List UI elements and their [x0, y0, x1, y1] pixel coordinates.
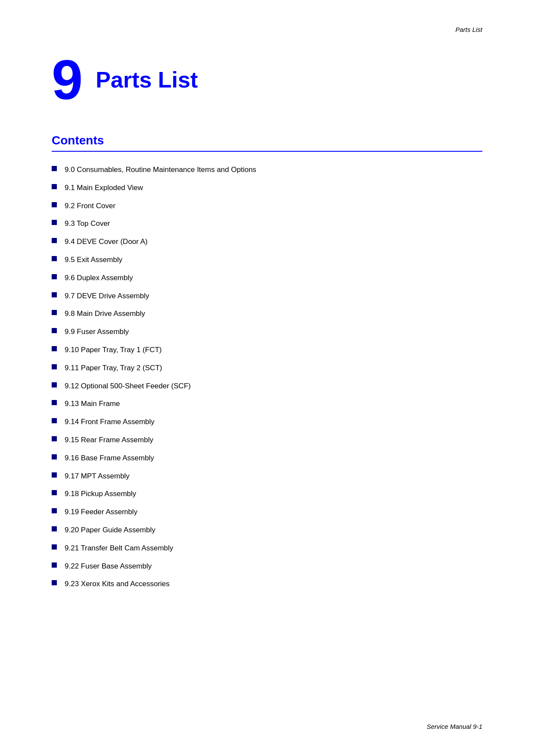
toc-bullet-icon — [52, 310, 57, 315]
toc-item-label: 9.9 Fuser Assembly — [65, 327, 129, 337]
toc-item[interactable]: 9.14 Front Frame Assembly — [52, 417, 482, 427]
toc-bullet-icon — [52, 166, 57, 171]
toc-item-label: 9.20 Paper Guide Assembly — [65, 525, 155, 535]
toc-item-label: 9.1 Main Exploded View — [65, 183, 143, 193]
toc-item-label: 9.23 Xerox Kits and Accessories — [65, 579, 170, 589]
toc-bullet-icon — [52, 382, 57, 387]
toc-bullet-icon — [52, 274, 57, 279]
toc-item[interactable]: 9.19 Feeder Assembly — [52, 507, 482, 517]
contents-section: Contents 9.0 Consumables, Routine Mainte… — [52, 134, 482, 589]
toc-item[interactable]: 9.3 Top Cover — [52, 219, 482, 229]
toc-item[interactable]: 9.2 Front Cover — [52, 201, 482, 211]
toc-item[interactable]: 9.17 MPT Assembly — [52, 471, 482, 481]
page-footer: Service Manual 9-1 — [427, 723, 482, 730]
toc-item[interactable]: 9.8 Main Drive Assembly — [52, 309, 482, 319]
toc-bullet-icon — [52, 220, 57, 225]
toc-item-label: 9.8 Main Drive Assembly — [65, 309, 145, 319]
page: Parts List 9 Parts List Contents 9.0 Con… — [0, 0, 534, 756]
toc-bullet-icon — [52, 238, 57, 243]
toc-item-label: 9.4 DEVE Cover (Door A) — [65, 237, 148, 247]
toc-item-label: 9.11 Paper Tray, Tray 2 (SCT) — [65, 363, 162, 373]
toc-item-label: 9.6 Duplex Assembly — [65, 273, 133, 283]
toc-item-label: 9.7 DEVE Drive Assembly — [65, 291, 149, 301]
toc-item[interactable]: 9.13 Main Frame — [52, 399, 482, 409]
toc-bullet-icon — [52, 418, 57, 423]
toc-item[interactable]: 9.16 Base Frame Assembly — [52, 453, 482, 463]
toc-item-label: 9.2 Front Cover — [65, 201, 115, 211]
toc-item[interactable]: 9.4 DEVE Cover (Door A) — [52, 237, 482, 247]
toc-item-label: 9.12 Optional 500-Sheet Feeder (SCF) — [65, 381, 191, 391]
toc-item-label: 9.14 Front Frame Assembly — [65, 417, 155, 427]
toc-item-label: 9.10 Paper Tray, Tray 1 (FCT) — [65, 345, 161, 355]
toc-item[interactable]: 9.15 Rear Frame Assembly — [52, 435, 482, 445]
toc-bullet-icon — [52, 202, 57, 207]
toc-bullet-icon — [52, 454, 57, 459]
toc-item[interactable]: 9.22 Fuser Base Assembly — [52, 561, 482, 572]
toc-bullet-icon — [52, 328, 57, 333]
toc-item-label: 9.5 Exit Assembly — [65, 255, 122, 265]
contents-heading: Contents — [52, 134, 482, 147]
chapter-number: 9 — [52, 52, 83, 108]
toc-bullet-icon — [52, 562, 57, 568]
toc-bullet-icon — [52, 256, 57, 261]
toc-item-label: 9.22 Fuser Base Assembly — [65, 561, 152, 572]
toc-bullet-icon — [52, 526, 57, 531]
toc-list: 9.0 Consumables, Routine Maintenance Ite… — [52, 165, 482, 589]
toc-item-label: 9.3 Top Cover — [65, 219, 110, 229]
chapter-title: Parts List — [96, 67, 198, 93]
toc-bullet-icon — [52, 472, 57, 478]
toc-item[interactable]: 9.0 Consumables, Routine Maintenance Ite… — [52, 165, 482, 175]
chapter-header: 9 Parts List — [52, 52, 482, 108]
contents-divider — [52, 151, 482, 152]
toc-item[interactable]: 9.6 Duplex Assembly — [52, 273, 482, 283]
toc-bullet-icon — [52, 184, 57, 189]
toc-bullet-icon — [52, 580, 57, 585]
toc-item[interactable]: 9.12 Optional 500-Sheet Feeder (SCF) — [52, 381, 482, 391]
page-header: Parts List — [455, 26, 482, 33]
toc-bullet-icon — [52, 292, 57, 297]
toc-item[interactable]: 9.18 Pickup Assembly — [52, 489, 482, 499]
toc-bullet-icon — [52, 346, 57, 351]
toc-item-label: 9.15 Rear Frame Assembly — [65, 435, 153, 445]
toc-item-label: 9.21 Transfer Belt Cam Assembly — [65, 543, 173, 553]
toc-item[interactable]: 9.20 Paper Guide Assembly — [52, 525, 482, 535]
toc-item[interactable]: 9.1 Main Exploded View — [52, 183, 482, 193]
toc-item[interactable]: 9.21 Transfer Belt Cam Assembly — [52, 543, 482, 553]
toc-bullet-icon — [52, 544, 57, 550]
toc-bullet-icon — [52, 436, 57, 441]
toc-bullet-icon — [52, 364, 57, 369]
toc-item[interactable]: 9.7 DEVE Drive Assembly — [52, 291, 482, 301]
toc-bullet-icon — [52, 400, 57, 405]
toc-item-label: 9.19 Feeder Assembly — [65, 507, 137, 517]
toc-item-label: 9.18 Pickup Assembly — [65, 489, 136, 499]
toc-item-label: 9.0 Consumables, Routine Maintenance Ite… — [65, 165, 256, 175]
toc-item[interactable]: 9.23 Xerox Kits and Accessories — [52, 579, 482, 589]
toc-bullet-icon — [52, 490, 57, 495]
toc-bullet-icon — [52, 508, 57, 513]
toc-item[interactable]: 9.9 Fuser Assembly — [52, 327, 482, 337]
toc-item-label: 9.13 Main Frame — [65, 399, 120, 409]
toc-item-label: 9.17 MPT Assembly — [65, 471, 130, 481]
toc-item[interactable]: 9.11 Paper Tray, Tray 2 (SCT) — [52, 363, 482, 373]
toc-item-label: 9.16 Base Frame Assembly — [65, 453, 154, 463]
toc-item[interactable]: 9.5 Exit Assembly — [52, 255, 482, 265]
toc-item[interactable]: 9.10 Paper Tray, Tray 1 (FCT) — [52, 345, 482, 355]
